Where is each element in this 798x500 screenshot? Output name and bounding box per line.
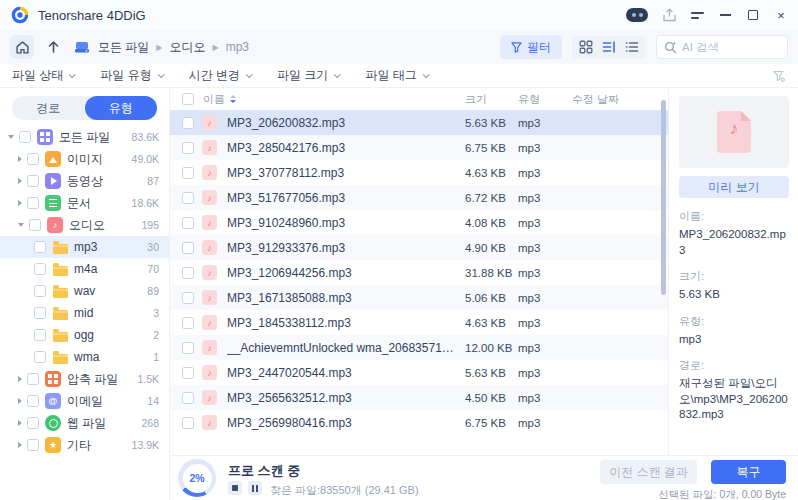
sidebar-item-videos[interactable]: 동영상87 [0,170,169,192]
sidebar-item-web-files[interactable]: 웹 파일268 [0,412,169,434]
table-row[interactable]: ♪MP3_2569980416.mp36.75 KBmp3 [170,410,668,435]
row-checkbox[interactable] [182,317,194,329]
menu-icon[interactable] [691,12,704,19]
row-checkbox[interactable] [182,142,194,154]
filter-file-status[interactable]: 파일 상태 [12,67,74,84]
row-checkbox[interactable] [182,392,194,404]
header-date[interactable]: 수정 날짜 [572,92,668,107]
row-checkbox[interactable] [182,242,194,254]
table-row[interactable]: ♪MP3_1206944256.mp331.88 KBmp3 [170,260,668,285]
row-checkbox[interactable] [182,267,194,279]
breadcrumb-all-files[interactable]: 모든 파일 [98,39,149,56]
sort-icon[interactable] [230,95,236,103]
table-row[interactable]: ♪MP3_910248960.mp34.08 KBmp3 [170,210,668,235]
preview-button[interactable]: 미리 보기 [679,176,789,198]
row-checkbox[interactable] [182,192,194,204]
table-row[interactable]: ♪MP3_2565632512.mp34.50 KBmp3 [170,385,668,410]
search-input[interactable] [682,41,767,53]
sidebar-item-others[interactable]: ★기타13.9K [0,434,169,456]
list-view-icon[interactable] [625,40,639,54]
tree-checkbox[interactable] [19,131,31,143]
expand-right-icon[interactable] [18,442,22,448]
row-checkbox[interactable] [182,117,194,129]
up-button[interactable] [47,40,60,54]
recover-button[interactable]: 복구 [711,460,786,484]
tree-checkbox[interactable] [27,197,39,209]
filter-file-type[interactable]: 파일 유형 [100,67,162,84]
expand-right-icon[interactable] [18,178,22,184]
previous-scan-button[interactable]: 이전 스캔 결과 [600,460,697,484]
tree-checkbox[interactable] [34,351,46,363]
header-name[interactable]: 이름 [203,92,225,107]
home-button[interactable] [10,35,34,59]
tree-checkbox[interactable] [34,285,46,297]
header-type[interactable]: 유형 [518,92,572,107]
table-row[interactable]: ♪MP3_1845338112.mp34.63 KBmp3 [170,310,668,335]
sidebar-item-wma[interactable]: wma1 [0,346,169,368]
close-button[interactable]: × [774,8,788,22]
tree-checkbox[interactable] [34,263,46,275]
header-size[interactable]: 크기 [465,92,518,107]
tree-checkbox[interactable] [27,153,39,165]
sidebar-item-wav[interactable]: wav89 [0,280,169,302]
filter-settings-icon[interactable] [772,69,786,83]
row-checkbox[interactable] [182,167,194,179]
tree-checkbox[interactable] [27,175,39,187]
tab-path[interactable]: 경로 [12,96,85,120]
expand-right-icon[interactable] [18,376,22,382]
table-row[interactable]: ♪MP3_1671385088.mp35.06 KBmp3 [170,285,668,310]
tree-checkbox[interactable] [34,329,46,341]
tree-checkbox[interactable] [27,417,39,429]
sidebar-item-documents[interactable]: 문서18.6K [0,192,169,214]
pause-scan-button[interactable] [248,481,262,495]
tree-checkbox[interactable] [29,219,41,231]
sidebar-item-archives[interactable]: 압축 파일1.5K [0,368,169,390]
table-row[interactable]: ♪MP3_370778112.mp34.63 KBmp3 [170,160,668,185]
filter-time-modified[interactable]: 시간 변경 [189,67,251,84]
sidebar-item-mp3[interactable]: mp330 [0,236,169,258]
share-icon[interactable] [662,8,677,23]
expand-right-icon[interactable] [18,398,22,404]
expand-down-icon[interactable] [18,223,24,227]
table-scrollbar[interactable] [661,100,666,295]
row-checkbox[interactable] [182,217,194,229]
select-all-checkbox[interactable] [182,93,194,105]
filter-button[interactable]: 필터 [500,35,562,59]
breadcrumb-audio[interactable]: 오디오 [170,39,206,56]
expand-right-icon[interactable] [18,420,22,426]
tab-type[interactable]: 유형 [85,96,158,120]
table-row[interactable]: ♪__AchievemntUnlocked wma_2068357120.mp3… [170,335,668,360]
sidebar-item-images[interactable]: 이미지49.0K [0,148,169,170]
stop-scan-button[interactable] [228,481,242,495]
row-checkbox[interactable] [182,342,194,354]
sidebar-item-all-files[interactable]: 모든 파일83.6K [0,126,169,148]
table-row[interactable]: ♪MP3_2447020544.mp35.63 KBmp3 [170,360,668,385]
filter-file-size[interactable]: 파일 크기 [277,67,339,84]
row-checkbox[interactable] [182,292,194,304]
table-row[interactable]: ♪MP3_206200832.mp35.63 KBmp3 [170,110,668,135]
table-row[interactable]: ♪MP3_285042176.mp36.75 KBmp3 [170,135,668,160]
sidebar-item-audio[interactable]: ♪오디오195 [0,214,169,236]
table-row[interactable]: ♪MP3_517677056.mp36.72 KBmp3 [170,185,668,210]
row-checkbox[interactable] [182,417,194,429]
tree-checkbox[interactable] [27,373,39,385]
ai-assistant-icon[interactable] [626,8,648,22]
sidebar-item-m4a[interactable]: m4a70 [0,258,169,280]
expand-down-icon[interactable] [8,135,14,139]
expand-right-icon[interactable] [18,156,22,162]
minimize-button[interactable] [718,8,732,22]
sidebar-item-emails[interactable]: @이메일14 [0,390,169,412]
sidebar-item-mid[interactable]: mid3 [0,302,169,324]
row-checkbox[interactable] [182,367,194,379]
table-row[interactable]: ♪MP3_912933376.mp34.90 KBmp3 [170,235,668,260]
tree-checkbox[interactable] [34,241,46,253]
grid-view-icon[interactable] [579,40,593,54]
sidebar-item-ogg[interactable]: ogg2 [0,324,169,346]
detail-view-icon[interactable] [602,40,616,54]
breadcrumb-mp3[interactable]: mp3 [226,40,249,54]
tree-checkbox[interactable] [27,439,39,451]
tree-checkbox[interactable] [27,395,39,407]
maximize-button[interactable] [746,8,760,22]
expand-right-icon[interactable] [18,200,22,206]
tree-checkbox[interactable] [34,307,46,319]
